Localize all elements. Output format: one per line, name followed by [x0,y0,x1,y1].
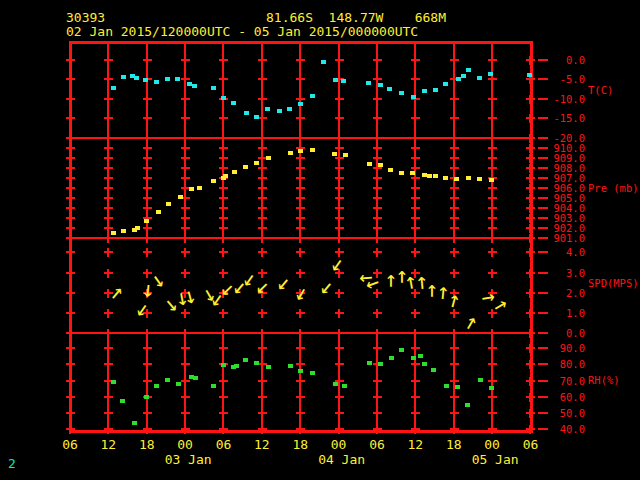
y-axis-label-temperature: T(C) [588,84,613,96]
tick-mark [529,425,531,434]
tick-mark [261,393,263,402]
tick-mark [299,234,301,243]
data-point-relative-humidity [111,380,116,384]
x-date-label: 04 Jan [309,452,375,467]
data-point-pressure [166,202,171,206]
tick-mark [529,154,531,163]
data-point-pressure [410,171,415,175]
page-number: 2 [8,456,16,471]
data-point-pressure [454,177,459,181]
tick-mark [414,224,416,233]
data-point-temperature [111,86,116,90]
data-point-temperature [254,115,259,119]
y-tick-label: 50.0 [547,407,585,419]
data-point-pressure [443,176,448,180]
tick-mark [107,329,109,338]
data-point-temperature [443,82,448,86]
data-point-temperature [310,94,315,98]
data-point-temperature [411,95,416,99]
tick-mark [453,393,455,402]
tick-mark [491,154,493,163]
tick-mark [491,234,493,243]
data-point-temperature [221,96,226,100]
tick-mark [146,360,148,369]
tick-mark [376,248,378,257]
tick-mark [184,344,186,353]
y-axis-label-relative-humidity: RH(%) [588,374,620,386]
tick-mark [299,194,301,203]
data-point-temperature [143,78,148,82]
tick-mark [222,164,224,173]
data-point-relative-humidity [399,348,404,352]
tick-mark [222,56,224,65]
data-point-temperature [366,81,371,85]
y-axis-label-pressure: Pre (mb) [588,182,639,194]
tick-mark [414,234,416,243]
data-point-relative-humidity [465,403,470,407]
tick-mark [414,309,416,318]
tick-mark [184,377,186,386]
data-point-relative-humidity [310,371,315,375]
data-point-relative-humidity [288,364,293,368]
tick-mark [184,95,186,104]
data-point-temperature [165,77,170,81]
data-point-temperature [333,78,338,82]
tick-mark [299,269,301,278]
tick-mark [222,248,224,257]
tick-mark [376,393,378,402]
tick-mark [529,134,531,143]
tick-mark [299,224,301,233]
tick-mark [261,134,263,143]
tick-mark [414,248,416,257]
tick-mark [261,75,263,84]
y-tick-label: 70.0 [547,375,585,387]
tick-mark [414,329,416,338]
tick-mark [184,144,186,153]
tick-mark [184,134,186,143]
tick-mark [376,134,378,143]
tick-mark [261,95,263,104]
tick-mark [222,425,224,434]
tick-mark [222,194,224,203]
data-point-relative-humidity [389,356,394,360]
tick-mark [529,184,531,193]
data-point-pressure [378,163,383,167]
tick-mark [338,174,340,183]
tick-mark [146,174,148,183]
data-point-temperature [321,60,326,64]
data-point-pressure [223,174,228,178]
data-point-pressure [156,210,161,214]
tick-mark [453,154,455,163]
tick-mark [491,56,493,65]
data-point-pressure [433,174,438,178]
tick-mark [107,184,109,193]
tick-mark [338,224,340,233]
tick-mark [491,360,493,369]
tick-mark [107,174,109,183]
tick-mark [222,184,224,193]
station-location: 81.66S 148.77W 668M [266,10,446,25]
tick-mark [261,204,263,213]
station-id: 30393 [66,10,105,25]
x-tick-label: 06 [365,437,389,452]
x-tick-label: 00 [327,437,351,452]
tick-mark [107,56,109,65]
tick-mark [376,144,378,153]
tick-mark [146,248,148,257]
tick-mark [491,248,493,257]
data-point-relative-humidity [333,382,338,386]
tick-mark [529,248,531,257]
tick-mark [453,184,455,193]
data-point-temperature [527,73,532,77]
data-point-temperature [341,79,346,83]
tick-mark [491,114,493,123]
tick-mark [529,164,531,173]
tick-mark [376,377,378,386]
tick-mark [69,234,71,243]
tick-mark [222,214,224,223]
tick-mark [453,204,455,213]
tick-mark [146,194,148,203]
tick-mark [261,114,263,123]
data-point-temperature [477,76,482,80]
y-tick-label: 0.0 [547,54,585,66]
